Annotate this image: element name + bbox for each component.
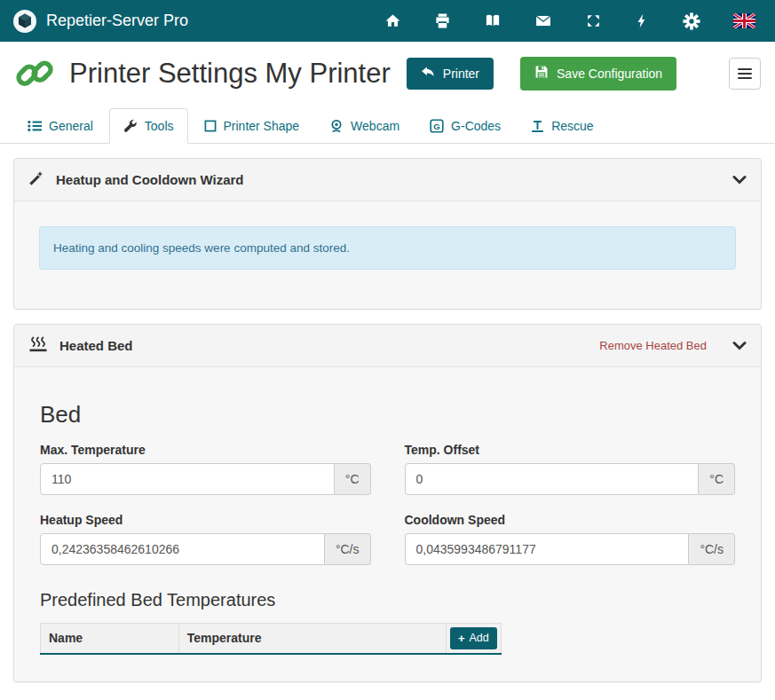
tab-gcodes[interactable]: G G-Codes <box>415 108 515 144</box>
heatup-speed-unit: °C/s <box>325 533 371 565</box>
tab-webcam-label: Webcam <box>351 119 399 133</box>
tab-rescue[interactable]: Rescue <box>517 108 607 144</box>
back-to-printer-label: Printer <box>443 66 479 82</box>
heated-bed-panel-heading[interactable]: Heated Bed Remove Heated Bed <box>14 325 761 367</box>
square-outline-icon <box>204 120 217 132</box>
max-temperature-input[interactable] <box>40 463 335 495</box>
page-header: Printer Settings My Printer Printer Save… <box>0 42 775 101</box>
navbar: Repetier-Server Pro <box>0 0 775 42</box>
max-temperature-label: Max. Temperature <box>40 443 371 457</box>
heatup-cooldown-wizard-panel: Heatup and Cooldown Wizard Heating and c… <box>13 158 762 310</box>
back-arrow-icon <box>421 66 435 82</box>
save-configuration-button[interactable]: Save Configuration <box>520 57 676 90</box>
page-title: Printer Settings My Printer <box>69 58 391 90</box>
field-cooldown-speed: Cooldown Speed °C/s <box>405 513 736 565</box>
chevron-down-icon[interactable] <box>732 341 747 351</box>
tab-gcodes-label: G-Codes <box>451 119 501 133</box>
home-icon[interactable] <box>384 12 401 29</box>
max-temperature-unit: °C <box>335 463 371 495</box>
chevron-down-icon[interactable] <box>732 175 747 185</box>
messages-icon[interactable] <box>534 12 552 29</box>
heated-bed-panel-body: Bed Max. Temperature °C Temp. Offset °C … <box>14 367 761 681</box>
tab-bar: General Tools Printer Shape Webcam G G-C… <box>0 108 775 144</box>
heated-bed-icon <box>28 336 48 355</box>
cooldown-speed-unit: °C/s <box>689 533 735 565</box>
log-book-icon[interactable] <box>484 12 502 29</box>
tab-tools[interactable]: Tools <box>109 108 188 144</box>
heated-bed-panel-title: Heated Bed <box>59 338 133 353</box>
quick-commands-bolt-icon[interactable] <box>635 12 650 29</box>
gcode-icon: G <box>430 119 444 133</box>
predefined-temperatures-table: Name Temperature + Add <box>40 623 502 655</box>
info-alert: Heating and cooling speeds were computed… <box>39 226 736 270</box>
predefined-temperatures-title: Predefined Bed Temperatures <box>40 590 735 610</box>
settings-gear-icon[interactable] <box>683 12 700 30</box>
save-configuration-label: Save Configuration <box>557 66 662 82</box>
temp-offset-input[interactable] <box>405 463 700 495</box>
column-header-name: Name <box>41 624 179 654</box>
heated-bed-panel: Heated Bed Remove Heated Bed Bed Max. Te… <box>13 324 762 682</box>
tab-printer-shape-label: Printer Shape <box>224 119 300 133</box>
wizard-panel-title: Heatup and Cooldown Wizard <box>56 172 244 187</box>
table-header-row: Name Temperature + Add <box>41 624 502 654</box>
back-to-printer-button[interactable]: Printer <box>407 58 494 90</box>
svg-text:G: G <box>433 122 439 131</box>
column-header-temperature: Temperature <box>178 624 446 654</box>
tab-general[interactable]: General <box>13 108 107 144</box>
magic-wand-icon <box>28 170 44 189</box>
printers-icon[interactable] <box>434 12 451 29</box>
fullscreen-icon[interactable] <box>585 12 602 29</box>
wrench-icon <box>123 119 138 133</box>
brand-title: Repetier-Server Pro <box>46 12 188 30</box>
tab-rescue-label: Rescue <box>551 119 593 133</box>
webcam-icon <box>329 119 344 133</box>
field-temp-offset: Temp. Offset °C <box>405 443 736 495</box>
add-temperature-button[interactable]: + Add <box>450 627 497 649</box>
navbar-icons <box>384 12 755 30</box>
language-flag-uk-icon[interactable] <box>733 13 755 28</box>
remove-heated-bed-link[interactable]: Remove Heated Bed <box>599 339 707 352</box>
list-icon <box>28 120 42 132</box>
add-button-label: Add <box>470 632 489 644</box>
field-max-temperature: Max. Temperature °C <box>40 443 371 495</box>
column-header-actions: + Add <box>446 624 501 654</box>
rescue-icon <box>531 120 544 133</box>
tab-general-label: General <box>49 119 93 133</box>
bed-section-title: Bed <box>40 401 735 429</box>
heatup-speed-input[interactable] <box>40 533 325 565</box>
wizard-panel-body: Heating and cooling speeds were computed… <box>14 201 761 309</box>
temp-offset-unit: °C <box>699 463 735 495</box>
tab-webcam[interactable]: Webcam <box>315 108 414 144</box>
tab-tools-label: Tools <box>145 119 174 133</box>
brand[interactable]: Repetier-Server Pro <box>12 9 188 34</box>
bed-fields-grid: Max. Temperature °C Temp. Offset °C Heat… <box>40 443 735 565</box>
field-heatup-speed: Heatup Speed °C/s <box>40 513 371 565</box>
cooldown-speed-label: Cooldown Speed <box>405 513 736 527</box>
heatup-speed-label: Heatup Speed <box>40 513 371 527</box>
cooldown-speed-input[interactable] <box>405 533 690 565</box>
tab-printer-shape[interactable]: Printer Shape <box>190 108 314 144</box>
save-icon <box>534 65 549 83</box>
repetier-logo-icon <box>12 9 37 34</box>
plus-icon: + <box>458 632 465 645</box>
hamburger-icon <box>738 66 752 82</box>
wizard-panel-heading[interactable]: Heatup and Cooldown Wizard <box>14 159 761 201</box>
temp-offset-label: Temp. Offset <box>405 443 736 457</box>
chain-link-icon <box>12 55 57 92</box>
menu-button[interactable] <box>729 58 761 90</box>
